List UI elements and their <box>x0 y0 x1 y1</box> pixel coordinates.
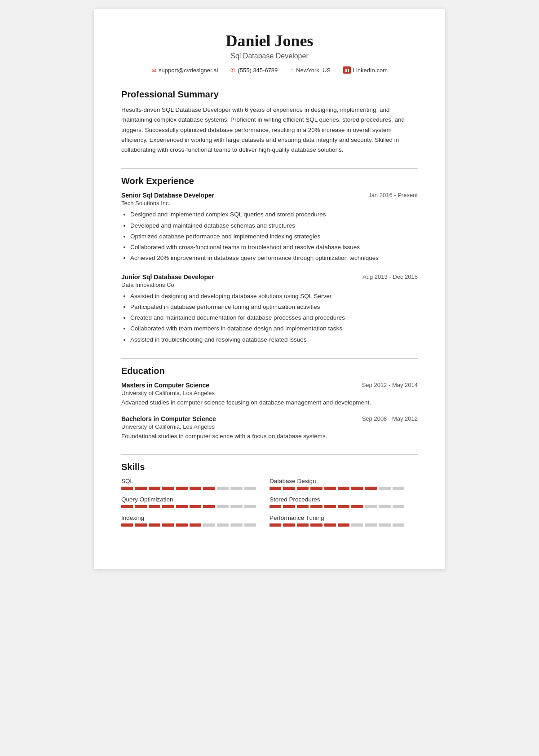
bullet-1-4: Collaborated with cross-functional teams… <box>130 242 418 252</box>
skill-segment-2-4 <box>176 505 188 508</box>
skill-segment-0-8 <box>230 487 242 490</box>
skill-segment-5-3 <box>310 523 322 527</box>
skill-segment-4-0 <box>121 523 133 527</box>
education-section: Education Masters in Computer Science Se… <box>121 366 418 441</box>
edu-date-1: Sep 2012 - May 2014 <box>362 382 418 388</box>
skills-section: Skills SQLDatabase DesignQuery Optimizat… <box>121 462 418 533</box>
skill-segment-1-6 <box>351 487 363 490</box>
candidate-name: Daniel Jones <box>121 31 418 50</box>
job-title-2: Junior Sql Database Developer <box>121 273 214 281</box>
skill-segment-4-6 <box>203 523 215 527</box>
skill-segment-5-1 <box>283 523 295 527</box>
skill-segment-2-1 <box>135 505 146 508</box>
skill-segment-0-2 <box>149 487 160 490</box>
job-bullets-1: Designed and implemented complex SQL que… <box>121 210 418 263</box>
contact-phone: ✆ (555) 345-6789 <box>230 66 278 74</box>
skill-bar-2 <box>121 505 256 508</box>
bullet-1-3: Optimized database performance and imple… <box>130 232 418 242</box>
edu-header-1: Masters in Computer Science Sep 2012 - M… <box>121 382 418 389</box>
skill-segment-2-9 <box>244 505 256 508</box>
skill-segment-4-7 <box>217 523 229 527</box>
edu-school-2: University of California, Los Angeles <box>121 423 418 430</box>
skill-segment-2-2 <box>149 505 160 508</box>
edu-entry-2: Bachelors in Computer Science Sep 2008 -… <box>121 415 418 441</box>
skill-bar-0 <box>121 487 256 490</box>
job-entry-1: Senior Sql Database Developer Jan 2016 -… <box>121 192 418 263</box>
bullet-1-2: Developed and maintained database schema… <box>130 221 418 231</box>
skill-segment-3-4 <box>324 505 336 508</box>
contact-email: ✉ support@cvdesigner.ai <box>151 66 218 74</box>
experience-title: Work Experience <box>121 176 418 186</box>
job-header-2: Junior Sql Database Developer Aug 2013 -… <box>121 273 418 281</box>
skill-bar-1 <box>270 487 404 490</box>
skill-name-3: Stored Procedures <box>270 496 404 503</box>
skill-segment-5-2 <box>297 523 309 527</box>
skill-segment-0-1 <box>135 487 146 490</box>
bullet-2-5: Assisted in troubleshooting and resolvin… <box>130 335 418 345</box>
location-icon: ⌂ <box>290 67 294 74</box>
skill-segment-5-5 <box>338 523 349 527</box>
skill-name-1: Database Design <box>270 478 404 484</box>
skill-segment-1-3 <box>310 487 322 490</box>
skill-segment-5-9 <box>393 523 404 527</box>
skill-segment-0-9 <box>244 487 256 490</box>
skill-bar-4 <box>121 523 256 527</box>
skill-segment-5-7 <box>365 523 377 527</box>
skill-segment-1-4 <box>324 487 336 490</box>
skill-segment-4-4 <box>176 523 188 527</box>
job-company-1: Tech Solutions Inc. <box>121 200 418 207</box>
skill-segment-4-9 <box>244 523 256 527</box>
skill-segment-2-8 <box>230 505 242 508</box>
job-title-1: Senior Sql Database Developer <box>121 192 214 199</box>
bullet-2-4: Collaborated with team members in databa… <box>130 324 418 334</box>
skill-name-0: SQL <box>121 478 256 484</box>
edu-desc-1: Advanced studies in computer science foc… <box>121 398 418 407</box>
skill-segment-1-5 <box>338 487 349 490</box>
skill-segment-5-4 <box>324 523 336 527</box>
skill-segment-0-3 <box>162 487 174 490</box>
skill-segment-2-5 <box>190 505 201 508</box>
skill-segment-2-3 <box>162 505 174 508</box>
bullet-2-2: Participated in database performance tun… <box>130 302 418 312</box>
skill-name-5: Performance Tuning <box>270 514 404 521</box>
skill-segment-3-9 <box>393 505 404 508</box>
contact-linkedin: in LinkedIn.com <box>343 66 388 74</box>
summary-section: Professional Summary Results-driven SQL … <box>121 89 418 155</box>
bullet-2-3: Created and maintained documentation for… <box>130 313 418 323</box>
skill-segment-3-1 <box>283 505 295 508</box>
job-date-1: Jan 2016 - Present <box>368 192 418 198</box>
contact-row: ✉ support@cvdesigner.ai ✆ (555) 345-6789… <box>121 66 418 74</box>
contact-location: ⌂ NewYork, US <box>290 66 331 74</box>
skill-segment-0-7 <box>217 487 229 490</box>
education-divider <box>121 358 418 359</box>
email-text: support@cvdesigner.ai <box>159 67 218 74</box>
skill-segment-4-1 <box>135 523 146 527</box>
skill-segment-3-5 <box>338 505 349 508</box>
skill-segment-2-7 <box>217 505 229 508</box>
skill-item-5: Performance Tuning <box>270 514 418 527</box>
skill-segment-0-5 <box>190 487 201 490</box>
edu-entry-1: Masters in Computer Science Sep 2012 - M… <box>121 382 418 407</box>
skill-name-4: Indexing <box>121 514 256 521</box>
skill-segment-1-1 <box>283 487 295 490</box>
job-entry-2: Junior Sql Database Developer Aug 2013 -… <box>121 273 418 345</box>
skill-name-2: Query Optimization <box>121 496 256 503</box>
skill-segment-3-6 <box>351 505 363 508</box>
skill-segment-0-4 <box>176 487 188 490</box>
skill-item-0: SQL <box>121 478 270 490</box>
skill-segment-4-3 <box>162 523 174 527</box>
skill-segment-2-6 <box>203 505 215 508</box>
summary-text: Results-driven SQL Database Developer wi… <box>121 105 418 155</box>
experience-section: Work Experience Senior Sql Database Deve… <box>121 176 418 345</box>
job-bullets-2: Assisted in designing and developing dat… <box>121 291 418 345</box>
candidate-title: Sql Database Developer <box>121 52 418 60</box>
edu-header-2: Bachelors in Computer Science Sep 2008 -… <box>121 415 418 422</box>
linkedin-icon: in <box>343 66 351 74</box>
skills-title: Skills <box>121 462 418 472</box>
skill-segment-5-0 <box>270 523 281 527</box>
skills-grid: SQLDatabase DesignQuery OptimizationStor… <box>121 478 418 533</box>
job-header-1: Senior Sql Database Developer Jan 2016 -… <box>121 192 418 199</box>
summary-title: Professional Summary <box>121 89 418 100</box>
job-date-2: Aug 2013 - Dec 2015 <box>362 273 418 280</box>
resume-container: Daniel Jones Sql Database Developer ✉ su… <box>94 9 445 569</box>
